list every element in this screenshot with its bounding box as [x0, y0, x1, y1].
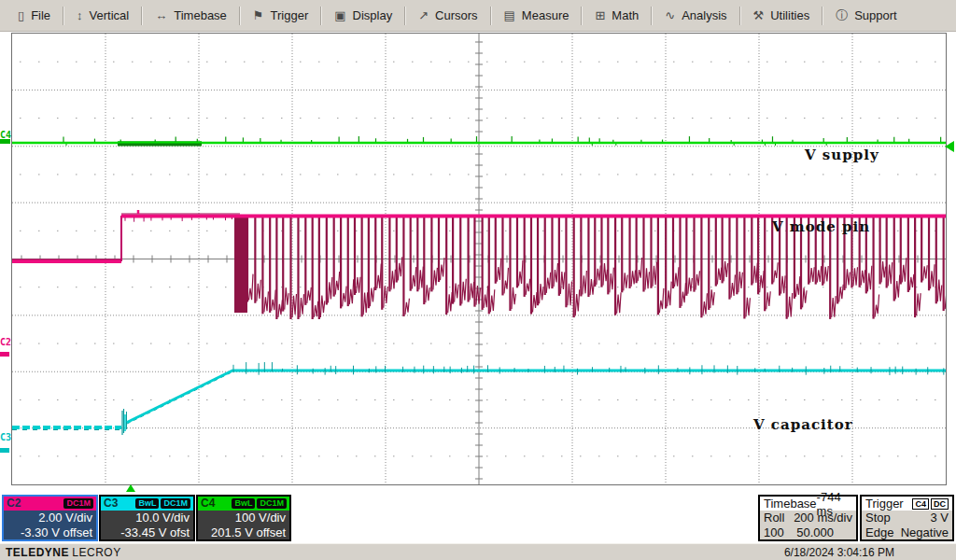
volts-per-div: 100 V/div: [202, 511, 286, 525]
channel-zero-tick-c4: [0, 139, 10, 144]
trigger-row-value: Negative: [901, 525, 949, 540]
channel-settings: 100 V/div201.5 V offset: [198, 511, 289, 539]
trigger-row-label: Stop: [865, 511, 891, 525]
channel-zero-marker-c3[interactable]: C3: [0, 433, 11, 442]
menu-item-label: Display: [353, 8, 393, 22]
timebase-icon: ↔: [155, 9, 167, 21]
volts-per-div: 10.0 V/div: [105, 511, 190, 525]
coupling-badge-dc1m: DC1M: [63, 498, 93, 509]
menu-item-timebase[interactable]: ↔Timebase: [143, 5, 239, 27]
coupling-badge-bwl: BwL: [232, 498, 255, 509]
timebase-box[interactable]: Timebase -744 ms Roll200 ms/div100 kS50.…: [758, 495, 858, 541]
channel-settings: 2.00 V/div-3.30 V offset: [4, 511, 96, 539]
channel-descriptor-c2[interactable]: C2DC1M2.00 V/div-3.30 V offset: [2, 495, 98, 541]
waveform-grid[interactable]: V supply V mode pin V capacitor: [11, 33, 947, 485]
trigger-source-badge-dc: DC: [931, 498, 949, 510]
menu-item-file[interactable]: ▯File: [6, 5, 63, 27]
channel-id: C3: [104, 497, 118, 511]
menu-item-utilities[interactable]: ⚒Utilities: [741, 5, 822, 27]
channel-header-c4: C4BwLDC1M: [198, 497, 289, 511]
measure-icon: ▤: [504, 9, 515, 21]
status-bar: TELEDYNE LECROY 6/18/2024 3:04:16 PM: [0, 543, 956, 560]
vertical-icon: ↕: [77, 9, 83, 21]
trigger-title: Trigger: [865, 497, 904, 511]
trigger-box[interactable]: Trigger C4DC Stop3 VEdgeNegative: [860, 495, 954, 541]
menu-item-display[interactable]: ▣Display: [322, 5, 404, 27]
trigger-row: EdgeNegative: [862, 525, 952, 540]
teledyne-lecroy-logo: TELEDYNE LECROY: [6, 546, 121, 559]
cursors-icon: ↗: [418, 9, 429, 21]
coupling-badge-dc1m: DC1M: [161, 498, 190, 509]
analysis-icon: ∿: [665, 9, 675, 21]
channel-descriptor-c3[interactable]: C3BwLDC1M10.0 V/div-33.45 V ofst: [99, 495, 195, 541]
offset-value: -3.30 V offset: [7, 525, 92, 540]
menu-item-label: Vertical: [90, 8, 130, 22]
channel-zero-marker-c2[interactable]: C2: [0, 338, 11, 347]
menu-item-label: Support: [854, 8, 897, 22]
timebase-header: Timebase -744 ms: [760, 497, 856, 511]
math-icon: ⊞: [595, 9, 605, 21]
channel-id: C4: [201, 497, 215, 511]
file-icon: ▯: [18, 9, 24, 21]
trace-label-mode-pin: V mode pin: [772, 218, 870, 235]
trigger-row-value: 3 V: [930, 511, 949, 525]
trigger-time-marker[interactable]: [126, 484, 135, 492]
channel-id: C2: [7, 497, 21, 511]
menu-item-cursors[interactable]: ↗Cursors: [406, 5, 489, 27]
channel-zero-tick-c2: [0, 352, 9, 357]
offset-value: -33.45 V ofst: [105, 525, 190, 540]
brand-bold: TELEDYNE: [6, 546, 69, 559]
display-icon: ▣: [334, 9, 345, 21]
offset-value: 201.5 V offset: [202, 525, 286, 540]
trigger-row: Stop3 V: [862, 511, 952, 525]
menu-item-math[interactable]: ⊞Math: [583, 5, 651, 27]
utilities-icon: ⚒: [753, 9, 765, 21]
coupling-badge-bwl: BwL: [135, 498, 159, 509]
trigger-source-badge-c4: C4: [912, 498, 929, 510]
coupling-badge-dc1m: DC1M: [257, 498, 287, 509]
menu-item-label: Timebase: [174, 8, 227, 22]
timebase-row-value: 200 ms/div: [794, 511, 852, 525]
menu-item-analysis[interactable]: ∿Analysis: [653, 5, 738, 27]
menu-item-measure[interactable]: ▤Measure: [492, 5, 582, 27]
trace-label-supply: V supply: [805, 147, 879, 163]
menu-item-label: Trigger: [271, 8, 309, 22]
menu-item-label: Math: [612, 8, 639, 22]
channel-settings: 10.0 V/div-33.45 V ofst: [101, 511, 193, 539]
menu-bar: ▯File↕Vertical↔Timebase⚑Trigger▣Display↗…: [0, 0, 956, 32]
datetime: 6/18/2024 3:04:16 PM: [784, 546, 894, 559]
channel-descriptor-c4[interactable]: C4BwLDC1M100 V/div201.5 V offset: [196, 495, 291, 541]
support-icon: ⓘ: [836, 9, 848, 21]
timebase-row-label: Roll: [764, 511, 784, 525]
trace-label-capacitor: V capacitor: [753, 416, 853, 433]
timebase-title: Timebase: [764, 497, 817, 511]
channel-zero-tick-c3: [0, 448, 9, 453]
menu-item-vertical[interactable]: ↕Vertical: [64, 5, 141, 27]
menu-item-label: Utilities: [770, 8, 809, 22]
volts-per-div: 2.00 V/div: [7, 511, 92, 525]
trigger-header: Trigger C4DC: [862, 497, 952, 511]
channel-header-c2: C2DC1M: [4, 497, 96, 511]
brand-light: LECROY: [72, 546, 120, 559]
trigger-level-marker[interactable]: [945, 141, 954, 152]
menu-item-label: File: [31, 8, 50, 22]
timebase-row: Roll200 ms/div: [760, 511, 856, 525]
menu-item-label: Cursors: [435, 8, 478, 22]
menu-item-support[interactable]: ⓘSupport: [823, 5, 909, 27]
trigger-icon: ⚑: [253, 9, 264, 21]
channel-header-c3: C3BwLDC1M: [101, 497, 193, 511]
menu-item-label: Measure: [522, 8, 569, 22]
menu-item-label: Analysis: [682, 8, 726, 22]
trigger-row-label: Edge: [865, 525, 893, 540]
menu-item-trigger[interactable]: ⚑Trigger: [241, 5, 320, 27]
